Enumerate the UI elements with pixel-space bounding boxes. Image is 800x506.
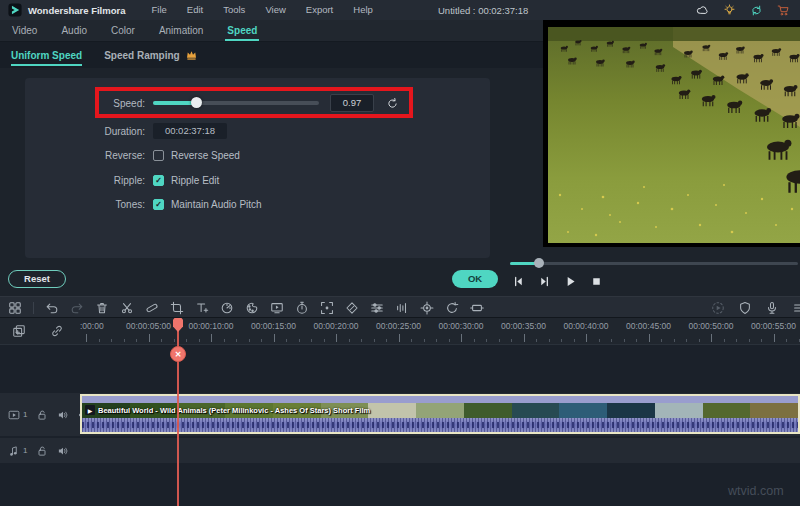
playhead-cut-badge[interactable]: ✕: [170, 346, 186, 362]
ruler-tick: [99, 339, 100, 342]
next-frame-icon[interactable]: [538, 275, 551, 288]
color-palette-icon[interactable]: [245, 301, 259, 315]
subtab-uniform-speed[interactable]: Uniform Speed: [11, 42, 82, 68]
ruler-tick: [424, 339, 425, 342]
clip-thumbnail: [464, 403, 512, 418]
tab-video[interactable]: Video: [12, 20, 37, 42]
adjust-icon[interactable]: [370, 301, 384, 315]
cloud-icon[interactable]: [696, 4, 709, 17]
ruler-tick: [586, 334, 587, 342]
duration-row: Duration: 00:02:37:18: [25, 122, 490, 140]
duration-value[interactable]: 00:02:37:18: [153, 123, 227, 139]
bulb-icon[interactable]: [723, 4, 736, 17]
video-clip[interactable]: ▶ Beautiful World - Wild Animals (Peter …: [80, 394, 800, 434]
stabilize-icon[interactable]: [470, 301, 484, 315]
denoise-icon[interactable]: [395, 301, 409, 315]
play-icon[interactable]: [564, 275, 577, 288]
scissors-icon[interactable]: [120, 301, 134, 315]
speed-reset-icon[interactable]: [386, 97, 399, 110]
speed-slider-handle[interactable]: [191, 97, 202, 108]
ruler-tick: [486, 339, 487, 342]
media-grid-icon[interactable]: [8, 301, 22, 315]
previous-frame-icon[interactable]: [512, 275, 525, 288]
video-track-icon: [8, 409, 20, 421]
ruler-tick: [724, 339, 725, 342]
preview-screen: [543, 20, 800, 247]
ruler-tick: [311, 339, 312, 342]
speed-value-input[interactable]: 0.97: [330, 94, 374, 112]
label-icon[interactable]: [145, 301, 159, 315]
crown-icon: [185, 49, 198, 61]
timer-icon[interactable]: [295, 301, 309, 315]
speed-icon[interactable]: [220, 301, 234, 315]
menu-edit[interactable]: Edit: [177, 0, 213, 20]
reset-button[interactable]: Reset: [8, 270, 66, 288]
screen-record-icon[interactable]: [270, 301, 284, 315]
menu-tools[interactable]: Tools: [213, 0, 255, 20]
speed-slider[interactable]: [153, 101, 319, 105]
ruler-tick: [599, 339, 600, 342]
ruler-tick: [649, 334, 650, 342]
ruler-label: 00:00:50:00: [689, 321, 734, 331]
ruler-label: 00:00:55:00: [751, 321, 796, 331]
maintain-audio-pitch-checkbox[interactable]: ✓: [153, 199, 164, 210]
rotate-icon[interactable]: [445, 301, 459, 315]
tab-audio[interactable]: Audio: [61, 20, 87, 42]
ripple-edit-checkbox[interactable]: ✓: [153, 175, 164, 186]
more-icon[interactable]: [792, 301, 800, 315]
reverse-row: Reverse: ✓ Reverse Speed: [25, 146, 490, 164]
keyframe-icon[interactable]: [345, 301, 359, 315]
transport-controls: [512, 275, 603, 288]
ruler-label: 00:00:35:00: [501, 321, 546, 331]
menubar-menus: FileEditToolsViewExportHelp: [142, 0, 383, 20]
ruler-tick: [124, 339, 125, 342]
seek-handle[interactable]: [534, 258, 544, 268]
marker-icon[interactable]: [738, 301, 752, 315]
preview-seek-bar[interactable]: [510, 258, 798, 268]
ruler-tick: [549, 339, 550, 342]
voiceover-icon[interactable]: [765, 301, 779, 315]
speed-slider-fill: [153, 101, 196, 105]
clip-thumbnail: [607, 403, 655, 418]
tab-speed[interactable]: Speed: [227, 20, 257, 42]
menu-export[interactable]: Export: [296, 0, 343, 20]
ruler-label: 00:00:15:00: [251, 321, 296, 331]
menu-file[interactable]: File: [142, 0, 177, 20]
subtab-speed-ramping[interactable]: Speed Ramping: [104, 42, 198, 68]
link-icon[interactable]: [50, 324, 64, 338]
timeline-ruler[interactable]: :00:0000:00:05:0000:00:10:0000:00:15:000…: [78, 318, 800, 345]
crop-icon[interactable]: [170, 301, 184, 315]
subtab-bar: Uniform SpeedSpeed Ramping: [0, 42, 543, 68]
lock-icon[interactable]: [36, 409, 48, 421]
render-preview-icon: [711, 301, 725, 315]
sync-icon[interactable]: [750, 4, 763, 17]
tones-label: Tones:: [25, 199, 145, 210]
tab-color[interactable]: Color: [111, 20, 135, 42]
menu-help[interactable]: Help: [343, 0, 383, 20]
reverse-speed-checkbox[interactable]: ✓: [153, 150, 164, 161]
mute-icon[interactable]: [57, 409, 69, 421]
delete-icon[interactable]: [95, 301, 109, 315]
ok-button[interactable]: OK: [452, 270, 498, 288]
reverse-speed-option-label: Reverse Speed: [171, 150, 240, 161]
transform-icon[interactable]: [320, 301, 334, 315]
clip-thumbnail: [368, 403, 416, 418]
undo-icon[interactable]: [45, 301, 59, 315]
cart-icon[interactable]: [777, 4, 790, 17]
stop-icon[interactable]: [590, 275, 603, 288]
lock-icon[interactable]: [36, 445, 48, 457]
ruler-tick: [661, 339, 662, 342]
mute-icon[interactable]: [57, 445, 69, 457]
ruler-tick: [211, 334, 212, 342]
audio-track-controls: 1: [8, 438, 69, 463]
menubar: Wondershare Filmora FileEditToolsViewExp…: [0, 0, 800, 20]
ruler-tick: [224, 339, 225, 342]
copy-board-icon[interactable]: [12, 324, 26, 338]
tab-animation[interactable]: Animation: [159, 20, 203, 42]
add-text-icon[interactable]: [195, 301, 209, 315]
menu-view[interactable]: View: [255, 0, 295, 20]
duration-label: Duration:: [25, 126, 145, 137]
motion-track-icon[interactable]: [420, 301, 434, 315]
ruler-tick: [111, 339, 112, 342]
video-track-number: 1: [23, 410, 27, 419]
